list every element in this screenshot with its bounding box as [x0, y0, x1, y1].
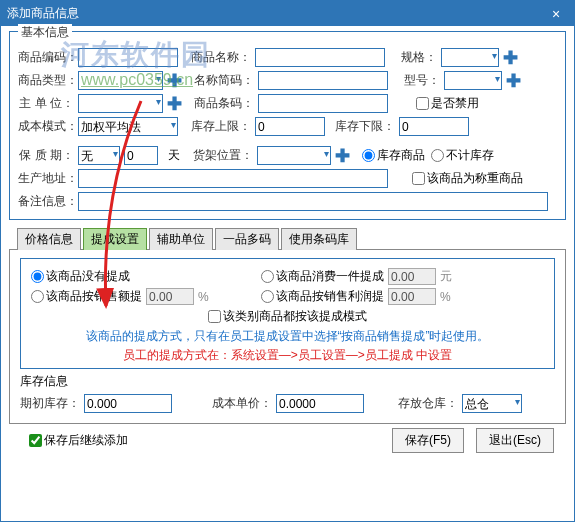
spec-select[interactable]	[441, 48, 499, 67]
comm-r2-wrap[interactable]: 该商品消费一件提成	[261, 268, 384, 285]
tab-aux-unit[interactable]: 辅助单位	[149, 228, 213, 250]
remark-label: 备注信息：	[18, 193, 76, 210]
shelf-select[interactable]: 无	[78, 146, 120, 165]
upper-label: 库存上限：	[188, 118, 253, 135]
price-input[interactable]	[276, 394, 364, 413]
comm-r2-input[interactable]	[388, 268, 436, 285]
comm-r2[interactable]	[261, 270, 274, 283]
unit-select[interactable]	[78, 94, 163, 113]
save-button[interactable]: 保存(F5)	[392, 428, 464, 453]
comm-all-check-wrap[interactable]: 该类别商品都按该提成模式	[208, 308, 367, 325]
continue-checkbox[interactable]	[29, 434, 42, 447]
loc-label: 货架位置：	[190, 147, 255, 164]
lower-input[interactable]	[399, 117, 469, 136]
comm-r4-wrap[interactable]: 该商品按销售利润提	[261, 288, 384, 305]
comm-r3-wrap[interactable]: 该商品按销售额提	[31, 288, 142, 305]
tab-price[interactable]: 价格信息	[17, 228, 81, 250]
addr-input[interactable]	[78, 169, 388, 188]
type-label: 商品类型：	[18, 72, 76, 89]
stock-section-label: 库存信息	[20, 373, 555, 390]
short-label: 名称简码：	[191, 72, 256, 89]
spec-label: 规格：	[395, 49, 439, 66]
type-add-icon[interactable]: ✚	[165, 74, 184, 88]
code-input[interactable]	[78, 48, 178, 67]
barcode-input[interactable]	[258, 94, 388, 113]
shelf-unit-label: 天	[160, 147, 188, 164]
model-select[interactable]	[444, 71, 502, 90]
short-input[interactable]	[258, 71, 388, 90]
comm-r1-wrap[interactable]: 该商品没有提成	[31, 268, 130, 285]
basic-info-group: 基本信息 商品编码： 商品名称： 规格： ✚ 商品类型： ✚ 名称简码： 型号：…	[9, 31, 566, 220]
comm-r3[interactable]	[31, 290, 44, 303]
comm-r2-unit: 元	[440, 268, 452, 285]
shelf-label: 保 质 期：	[18, 147, 76, 164]
name-input[interactable]	[255, 48, 385, 67]
content-area: 河东软件园 www.pc0359.cn 基本信息 商品编码： 商品名称： 规格：…	[1, 26, 574, 457]
unit-label: 主 单 位：	[18, 95, 76, 112]
window-title: 添加商品信息	[7, 5, 79, 22]
disable-checkbox[interactable]	[416, 97, 429, 110]
footer-bar: 保存后继续添加 保存(F5) 退出(Esc)	[9, 424, 566, 455]
comm-all-checkbox[interactable]	[208, 310, 221, 323]
stock-radio1[interactable]	[362, 149, 375, 162]
addr-label: 生产地址：	[18, 170, 76, 187]
barcode-label: 商品条码：	[191, 95, 256, 112]
comm-r4-unit: %	[440, 290, 451, 304]
comm-note-red: 员工的提成方式在：系统设置—>员工设置—>员工提成 中设置	[123, 348, 452, 362]
weigh-check-wrap[interactable]: 该商品为称重商品	[412, 170, 523, 187]
costmode-label: 成本模式：	[18, 118, 76, 135]
comm-r4-input[interactable]	[388, 288, 436, 305]
tab-commission[interactable]: 提成设置	[83, 228, 147, 250]
comm-r4[interactable]	[261, 290, 274, 303]
model-add-icon[interactable]: ✚	[504, 74, 523, 88]
stock-radio2[interactable]	[431, 149, 444, 162]
tab-panel: 该商品没有提成 该商品消费一件提成 元 该商品按销售额提 % 该商品按销售利润提…	[9, 249, 566, 424]
init-label: 期初库存：	[20, 395, 82, 412]
model-label: 型号：	[398, 72, 442, 89]
stock-radio1-wrap[interactable]: 库存商品	[362, 147, 425, 164]
stock-radio2-wrap[interactable]: 不计库存	[431, 147, 494, 164]
exit-button[interactable]: 退出(Esc)	[476, 428, 554, 453]
disable-label: 是否禁用	[431, 96, 479, 110]
name-label: 商品名称：	[188, 49, 253, 66]
comm-r1[interactable]	[31, 270, 44, 283]
unit-add-icon[interactable]: ✚	[165, 97, 184, 111]
comm-r3-unit: %	[198, 290, 209, 304]
comm-r3-input[interactable]	[146, 288, 194, 305]
lower-label: 库存下限：	[335, 118, 397, 135]
tab-bar: 价格信息 提成设置 辅助单位 一品多码 使用条码库	[9, 228, 566, 250]
weigh-label: 该商品为称重商品	[427, 171, 523, 185]
dialog-window: 添加商品信息 × 河东软件园 www.pc0359.cn 基本信息 商品编码： …	[0, 0, 575, 522]
disable-check-wrap[interactable]: 是否禁用	[416, 95, 479, 112]
code-label: 商品编码：	[18, 49, 76, 66]
spec-add-icon[interactable]: ✚	[501, 51, 520, 65]
remark-input[interactable]	[78, 192, 548, 211]
close-icon[interactable]: ×	[544, 6, 568, 22]
titlebar: 添加商品信息 ×	[1, 1, 574, 26]
continue-check-wrap[interactable]: 保存后继续添加	[29, 432, 128, 449]
stock-section: 库存信息 期初库存： 成本单价： 存放仓库： 总仓	[20, 373, 555, 413]
wh-select[interactable]: 总仓	[462, 394, 522, 413]
init-input[interactable]	[84, 394, 172, 413]
loc-select[interactable]	[257, 146, 331, 165]
shelf-num-input[interactable]	[124, 146, 158, 165]
type-select[interactable]	[78, 71, 163, 90]
basic-group-label: 基本信息	[18, 24, 72, 41]
commission-group: 该商品没有提成 该商品消费一件提成 元 该商品按销售额提 % 该商品按销售利润提…	[20, 258, 555, 369]
loc-add-icon[interactable]: ✚	[333, 149, 352, 163]
wh-label: 存放仓库：	[394, 395, 460, 412]
tab-multi-code[interactable]: 一品多码	[215, 228, 279, 250]
weigh-checkbox[interactable]	[412, 172, 425, 185]
continue-label: 保存后继续添加	[44, 432, 128, 449]
price-label: 成本单价：	[204, 395, 274, 412]
upper-input[interactable]	[255, 117, 325, 136]
tab-barcode-lib[interactable]: 使用条码库	[281, 228, 357, 250]
comm-note-blue: 该商品的提成方式，只有在员工提成设置中选择“按商品销售提成”时起使用。	[86, 329, 490, 343]
costmode-select[interactable]: 加权平均法	[78, 117, 178, 136]
